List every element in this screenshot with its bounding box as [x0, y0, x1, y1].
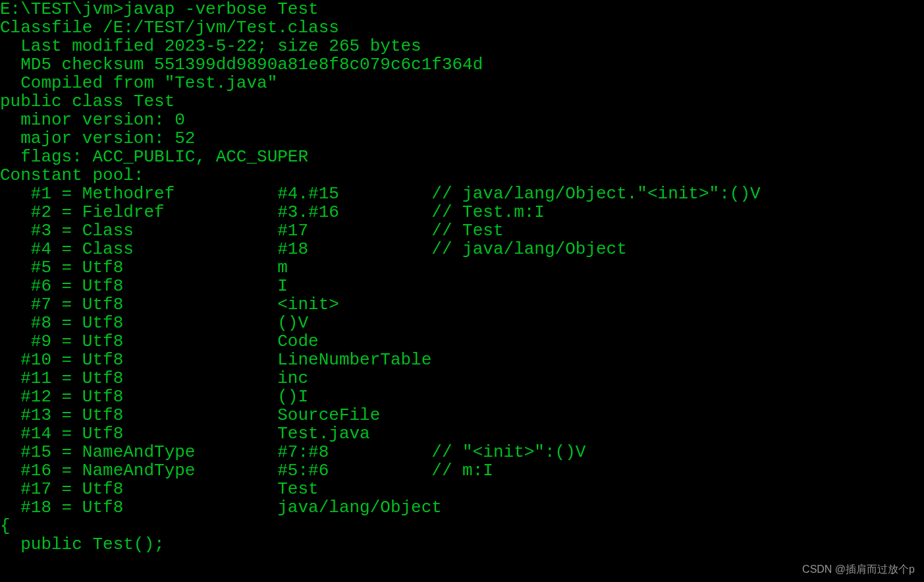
- header-line: public class Test: [0, 92, 175, 111]
- constant-pool-entry: #4 = Class #18 // java/lang/Object: [0, 239, 627, 259]
- constant-pool-entry: #18 = Utf8 java/lang/Object: [0, 498, 442, 517]
- tail-line: public Test();: [0, 535, 165, 554]
- constant-pool-entry: #5 = Utf8 m: [0, 258, 288, 277]
- header-line: Classfile /E:/TEST/jvm/Test.class: [0, 18, 339, 38]
- constant-pool-entry: #17 = Utf8 Test: [0, 479, 319, 499]
- constant-pool-entry: #13 = Utf8 SourceFile: [0, 405, 380, 425]
- constant-pool-entry: #6 = Utf8 I: [0, 276, 288, 296]
- constant-pool-entry: #7 = Utf8 <init>: [0, 295, 339, 314]
- terminal-output: E:\TEST\jvm>javap -verbose Test Classfil…: [0, 0, 924, 554]
- constant-pool-entry: #2 = Fieldref #3.#16 // Test.m:I: [0, 202, 545, 222]
- constant-pool-entry: #16 = NameAndType #5:#6 // m:I: [0, 461, 493, 480]
- header-line: major version: 52: [0, 129, 195, 148]
- header-line: Compiled from "Test.java": [0, 73, 277, 93]
- prompt-line: E:\TEST\jvm>javap -verbose Test: [0, 0, 319, 19]
- constant-pool-entry: #3 = Class #17 // Test: [0, 221, 504, 241]
- header-line: Last modified 2023-5-22; size 265 bytes: [0, 36, 421, 56]
- header-line: MD5 checksum 551399dd9890a81e8f8c079c6c1…: [0, 55, 483, 74]
- constant-pool-entry: #9 = Utf8 Code: [0, 332, 319, 351]
- constant-pool-entry: #11 = Utf8 inc: [0, 368, 308, 388]
- header-line: flags: ACC_PUBLIC, ACC_SUPER: [0, 147, 308, 167]
- constant-pool-entry: #12 = Utf8 ()I: [0, 387, 308, 407]
- constant-pool-entry: #1 = Methodref #4.#15 // java/lang/Objec…: [0, 184, 761, 204]
- tail-line: {: [0, 516, 11, 536]
- constant-pool-entry: #8 = Utf8 ()V: [0, 313, 308, 333]
- header-line: minor version: 0: [0, 110, 185, 130]
- header-line: Constant pool:: [0, 165, 144, 185]
- watermark: CSDN @插肩而过放个p: [802, 564, 915, 575]
- constant-pool-entry: #14 = Utf8 Test.java: [0, 424, 370, 444]
- constant-pool-entry: #15 = NameAndType #7:#8 // "<init>":()V: [0, 442, 585, 462]
- constant-pool-entry: #10 = Utf8 LineNumberTable: [0, 350, 431, 370]
